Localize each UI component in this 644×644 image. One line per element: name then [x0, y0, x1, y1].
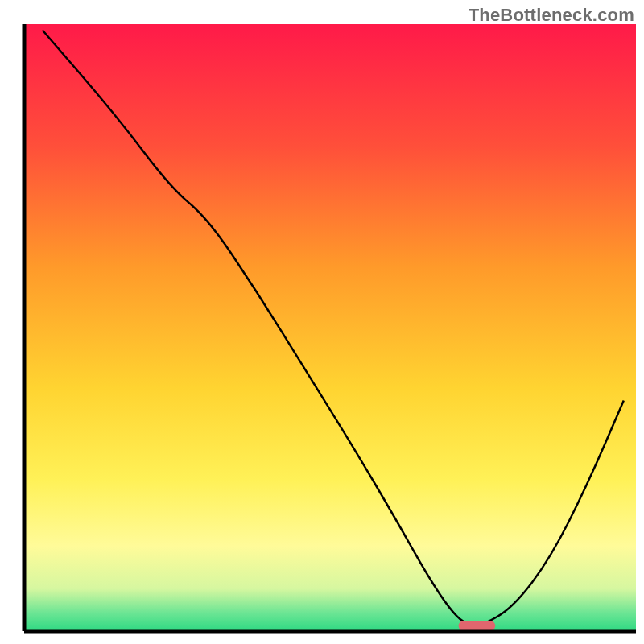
optimal-range-marker — [459, 621, 496, 630]
watermark-text: TheBottleneck.com — [469, 5, 634, 26]
bottleneck-chart — [0, 0, 644, 644]
